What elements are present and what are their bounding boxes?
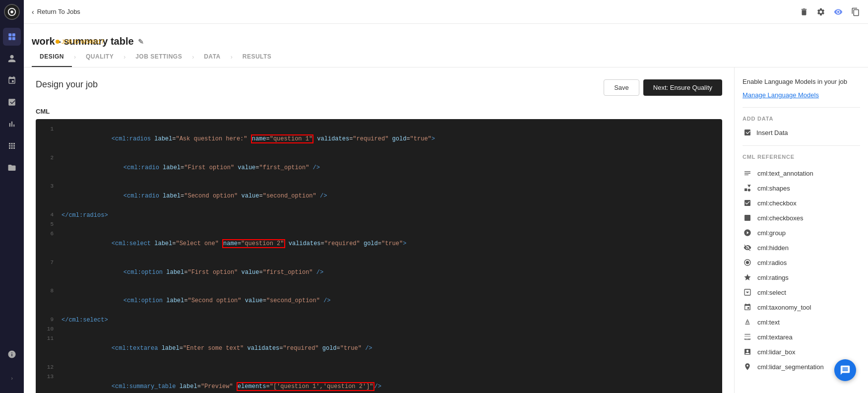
sidebar-item-folder[interactable] xyxy=(3,159,21,177)
job-id-badge: JOB ID W349317 xyxy=(56,38,104,46)
cml-ref-lidar-seg-label: cml:lidar_segmentation xyxy=(757,363,824,371)
text-icon xyxy=(743,317,752,327)
svg-rect-6 xyxy=(744,189,747,191)
add-data-title: ADD DATA xyxy=(743,116,860,122)
tab-job-settings-label: JOB SETTINGS xyxy=(135,53,182,60)
next-quality-button[interactable]: Next: Ensure Quality xyxy=(643,79,722,96)
tab-sep-2: › xyxy=(122,54,127,61)
tab-data-label: DATA xyxy=(204,53,221,60)
code-line-4: 4 </cml:radios> xyxy=(36,211,722,220)
insert-data-icon xyxy=(743,128,752,137)
tab-data[interactable]: DATA xyxy=(196,47,229,67)
cml-ref-text-annotation[interactable]: cml:text_annotation xyxy=(743,166,860,181)
back-to-jobs-button[interactable]: ‹ Return To Jobs xyxy=(32,8,80,16)
code-line-10: 10 xyxy=(36,325,722,334)
radios-icon xyxy=(743,258,752,267)
cml-ref-lidar-box[interactable]: cml:lidar_box xyxy=(743,344,860,359)
copy-icon[interactable] xyxy=(851,7,860,16)
tab-design[interactable]: DESIGN xyxy=(32,47,72,67)
job-id-text: JOB ID W349317 xyxy=(62,39,104,45)
sidebar-collapse[interactable]: › xyxy=(3,369,21,387)
svg-rect-2 xyxy=(8,33,11,36)
code-editor[interactable]: 1 <cml:radios label="Ask question here:"… xyxy=(36,119,722,393)
title-area: JOB ID W349317 work - summary table ✎ xyxy=(24,24,868,47)
code-line-2: 2 <cml:radio label="First option" value=… xyxy=(36,154,722,183)
tab-sep-4: › xyxy=(229,54,235,61)
tab-results-label: RESULTS xyxy=(243,53,272,60)
cml-ref-select-label: cml:select xyxy=(757,289,786,296)
cml-ref-radios[interactable]: cml:radios xyxy=(743,255,860,270)
sidebar-item-connect[interactable] xyxy=(3,71,21,89)
right-sidebar: Enable Language Models in your job Manag… xyxy=(734,67,868,393)
sidebar-divider-1 xyxy=(743,107,860,108)
cml-ref-shapes[interactable]: cml:shapes xyxy=(743,181,860,196)
code-line-6: 6 <cml:select label="Select one" name="q… xyxy=(36,230,722,259)
cml-ref-select[interactable]: cml:select xyxy=(743,285,860,300)
cml-ref-text[interactable]: cml:text xyxy=(743,315,860,329)
page-title-row: work - summary table ✎ xyxy=(32,36,860,47)
cml-ref-text-label: cml:text xyxy=(757,319,780,326)
sidebar-bottom: › xyxy=(3,343,21,389)
cml-ref-text-annotation-label: cml:text_annotation xyxy=(757,170,813,177)
cml-ref-textarea[interactable]: cml:textarea xyxy=(743,329,860,344)
manage-lang-models-link[interactable]: Manage Language Models xyxy=(743,91,819,99)
tab-results[interactable]: RESULTS xyxy=(235,47,280,67)
content-area: Design your job Save Next: Ensure Qualit… xyxy=(24,67,868,393)
topbar-icons xyxy=(800,7,860,16)
topbar: ‹ Return To Jobs xyxy=(24,0,868,24)
cml-ref-group-label: cml:group xyxy=(757,229,786,237)
sidebar-divider-2 xyxy=(743,145,860,146)
sidebar-item-active[interactable] xyxy=(3,28,21,46)
insert-data-row[interactable]: Insert Data xyxy=(743,128,860,137)
cml-ref-ratings[interactable]: cml:ratings xyxy=(743,270,860,285)
lidar-box-icon xyxy=(743,347,752,357)
tab-quality-label: QUALITY xyxy=(86,53,114,60)
cml-ref-group[interactable]: cml:group xyxy=(743,225,860,240)
svg-point-1 xyxy=(10,10,13,13)
main-panel: Design your job Save Next: Ensure Qualit… xyxy=(24,67,734,393)
cml-ref-textarea-label: cml:textarea xyxy=(757,333,793,341)
edit-title-icon[interactable]: ✎ xyxy=(138,38,144,46)
cml-ref-taxonomy-tool[interactable]: cml:taxonomy_tool xyxy=(743,300,860,315)
cml-ref-checkbox-label: cml:checkbox xyxy=(757,199,797,207)
text-annotation-icon xyxy=(743,168,752,178)
sidebar-item-chart[interactable] xyxy=(3,115,21,133)
left-sidebar: › xyxy=(0,0,24,393)
trash-icon[interactable] xyxy=(800,7,808,16)
taxonomy-icon xyxy=(743,302,752,312)
cml-ref-checkboxes[interactable]: cml:checkboxes xyxy=(743,210,860,225)
main-content: ‹ Return To Jobs JOB ID W349317 work - s… xyxy=(24,0,868,393)
code-line-11: 11 <cml:textarea label="Enter some text"… xyxy=(36,334,722,363)
settings-icon[interactable] xyxy=(816,7,825,16)
cml-ref-checkboxes-label: cml:checkboxes xyxy=(757,214,803,222)
btn-row: Save Next: Ensure Quality xyxy=(604,79,722,96)
cml-ref-hidden[interactable]: cml:hidden xyxy=(743,240,860,255)
job-id-dot xyxy=(56,40,60,44)
svg-rect-3 xyxy=(12,33,15,36)
svg-rect-4 xyxy=(8,37,11,40)
cml-ref-lidar-box-label: cml:lidar_box xyxy=(757,348,796,356)
sidebar-item-info[interactable] xyxy=(3,345,21,363)
svg-marker-7 xyxy=(747,185,751,188)
app-logo[interactable] xyxy=(4,4,20,20)
hidden-icon xyxy=(743,243,752,253)
sidebar-item-people[interactable] xyxy=(3,50,21,67)
cml-ref-radios-label: cml:radios xyxy=(757,259,787,266)
save-button[interactable]: Save xyxy=(604,79,639,96)
tab-quality[interactable]: QUALITY xyxy=(78,47,122,67)
checkbox-icon xyxy=(743,198,752,208)
code-line-8: 8 <cml:option label="Second option" valu… xyxy=(36,287,722,316)
tab-design-label: DESIGN xyxy=(40,53,64,60)
shapes-icon xyxy=(743,183,752,193)
lidar-seg-icon xyxy=(743,362,752,372)
chat-bubble-button[interactable] xyxy=(834,359,856,381)
preview-icon[interactable] xyxy=(833,7,843,16)
sidebar-item-apps[interactable] xyxy=(3,137,21,155)
cml-ref-checkbox[interactable]: cml:checkbox xyxy=(743,196,860,210)
code-line-1: 1 <cml:radios label="Ask question here:"… xyxy=(36,125,722,154)
tab-job-settings[interactable]: JOB SETTINGS xyxy=(127,47,190,67)
svg-rect-5 xyxy=(12,37,15,40)
group-icon xyxy=(743,228,752,238)
code-line-9: 9 </cml:select> xyxy=(36,316,722,325)
sidebar-item-tasks[interactable] xyxy=(3,93,21,111)
